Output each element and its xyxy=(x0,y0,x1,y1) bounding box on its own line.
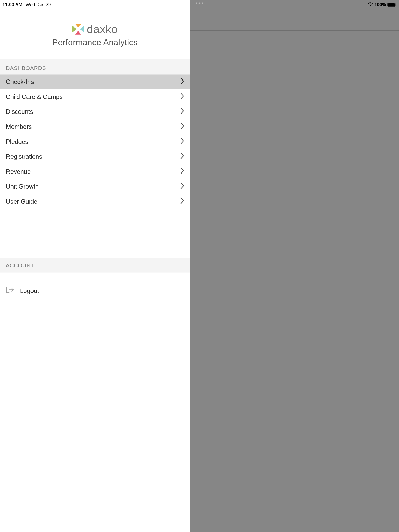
daxko-logo-icon xyxy=(72,24,84,35)
list-item-label: Child Care & Camps xyxy=(6,93,63,100)
logout-icon xyxy=(6,286,14,295)
dashboard-item-unit-growth[interactable]: Unit Growth xyxy=(0,179,190,194)
overlay-divider xyxy=(190,30,399,31)
brand-name: daxko xyxy=(87,23,118,36)
chevron-right-icon xyxy=(180,123,184,130)
dashboard-item-user-guide[interactable]: User Guide xyxy=(0,194,190,209)
list-item-label: Discounts xyxy=(6,108,33,115)
status-time: 11:00 AM xyxy=(3,2,23,7)
chevron-right-icon xyxy=(180,138,184,145)
chevron-right-icon xyxy=(180,197,184,205)
svg-rect-2 xyxy=(396,4,396,5)
dashboard-item-registrations[interactable]: Registrations xyxy=(0,149,190,164)
chevron-right-icon xyxy=(180,182,184,190)
logout-label: Logout xyxy=(20,287,39,294)
wifi-icon xyxy=(367,2,373,7)
sidebar-panel: daxko Performance Analytics DASHBOARDS C… xyxy=(0,0,190,532)
dashboard-item-check-ins[interactable]: Check-Ins xyxy=(0,74,190,89)
list-item-label: Revenue xyxy=(6,168,31,175)
status-date: Wed Dec 29 xyxy=(26,2,51,7)
chevron-right-icon xyxy=(180,78,184,85)
dashboard-item-members[interactable]: Members xyxy=(0,119,190,134)
brand-subtitle: Performance Analytics xyxy=(0,38,190,48)
status-bar: 11:00 AM Wed Dec 29 100% xyxy=(0,0,399,8)
dashboard-item-pledges[interactable]: Pledges xyxy=(0,134,190,149)
battery-icon xyxy=(387,2,396,7)
list-item-label: User Guide xyxy=(6,198,37,205)
list-item-label: Check-Ins xyxy=(6,78,34,85)
chevron-right-icon xyxy=(180,168,184,175)
list-item-label: Pledges xyxy=(6,138,28,145)
account-section-header: ACCOUNT xyxy=(0,258,190,273)
list-item-label: Members xyxy=(6,123,32,130)
dashboard-item-discounts[interactable]: Discounts xyxy=(0,104,190,119)
multitasking-indicator[interactable] xyxy=(196,3,203,4)
dashboard-item-child-care-camps[interactable]: Child Care & Camps xyxy=(0,89,190,104)
brand-header: daxko Performance Analytics xyxy=(0,23,190,59)
chevron-right-icon xyxy=(180,93,184,101)
dashboard-item-revenue[interactable]: Revenue xyxy=(0,164,190,179)
list-item-label: Registrations xyxy=(6,153,42,160)
chevron-right-icon xyxy=(180,108,184,115)
svg-rect-1 xyxy=(388,3,395,6)
logout-button[interactable]: Logout xyxy=(0,273,190,309)
list-item-label: Unit Growth xyxy=(6,183,39,190)
battery-percentage: 100% xyxy=(374,2,386,7)
dimmed-background-overlay[interactable] xyxy=(190,0,399,532)
dashboards-section-header: DASHBOARDS xyxy=(0,59,190,74)
chevron-right-icon xyxy=(180,152,184,160)
